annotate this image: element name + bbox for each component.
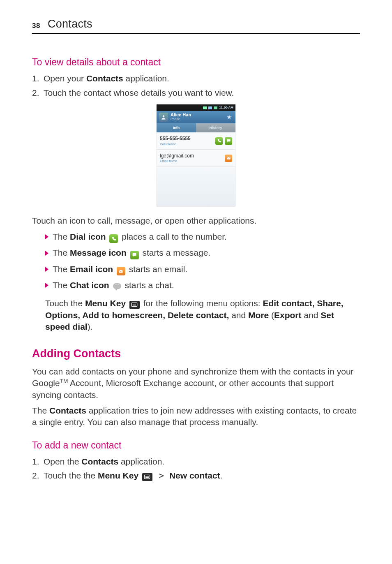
svg-point-0 bbox=[163, 116, 165, 118]
text: ). bbox=[88, 322, 93, 331]
text: and bbox=[302, 310, 321, 320]
text: starts a message. bbox=[142, 248, 210, 257]
tab-info[interactable]: Info bbox=[157, 123, 196, 132]
bullet-arrow-icon bbox=[45, 251, 48, 256]
list-item: The Message icon starts a message. bbox=[45, 247, 360, 259]
section-heading-adding-contacts: Adding Contacts bbox=[32, 346, 360, 361]
status-bar: 11:00 AM bbox=[157, 104, 235, 111]
message-icon-label: Message icon bbox=[70, 248, 127, 257]
page-title: Contacts bbox=[48, 16, 92, 31]
section-heading-view-details: To view details about a contact bbox=[32, 56, 360, 69]
text: Touch the contact whose details you want… bbox=[44, 88, 234, 97]
step-2: Touch the contact whose details you want… bbox=[32, 87, 360, 99]
list-item: The Chat icon starts a chat. bbox=[45, 280, 360, 291]
contact-source: Phone bbox=[171, 117, 191, 122]
contact-name: Alice Han bbox=[171, 113, 191, 117]
phone-number: 555-555-5555 bbox=[160, 135, 213, 142]
contact-header: Alice Han Phone ★ bbox=[157, 111, 235, 123]
more-label: More bbox=[248, 310, 269, 320]
text: . bbox=[220, 471, 223, 480]
menu-key-icon bbox=[142, 473, 152, 481]
email-label: Email home bbox=[160, 159, 223, 164]
star-icon[interactable]: ★ bbox=[226, 113, 233, 121]
chat-icon bbox=[113, 283, 121, 289]
text: for the following menu options: bbox=[143, 298, 263, 308]
phone-row: 555-555-5555 Call mobile bbox=[157, 132, 235, 150]
page-number: 38 bbox=[32, 21, 40, 32]
svg-rect-3 bbox=[133, 253, 136, 256]
text: The bbox=[32, 406, 49, 415]
contacts-label: Contacts bbox=[49, 406, 86, 415]
email-row: lge@gmail.com Email home bbox=[157, 150, 235, 167]
sms-icon[interactable] bbox=[225, 137, 232, 145]
step-1: Open your Contacts application. bbox=[32, 73, 360, 84]
tabs: Info History bbox=[157, 123, 235, 132]
email-address: lge@gmail.com bbox=[160, 153, 223, 159]
text: Open your bbox=[44, 74, 86, 83]
bullet-arrow-icon bbox=[45, 283, 48, 288]
message-icon bbox=[130, 251, 139, 259]
menu-key-icon bbox=[129, 301, 140, 309]
step-1: Open the Contacts application. bbox=[32, 456, 360, 467]
phone-screenshot: 11:00 AM Alice Han Phone ★ Info History … bbox=[157, 104, 235, 206]
page-header: 38 Contacts bbox=[32, 16, 360, 34]
text: The bbox=[53, 248, 70, 257]
paragraph: Touch an icon to call, message, or open … bbox=[32, 215, 360, 227]
call-icon[interactable] bbox=[215, 137, 223, 145]
svg-rect-8 bbox=[145, 475, 150, 478]
text: ( bbox=[269, 310, 274, 320]
menu-key-label: Menu Key bbox=[85, 298, 126, 308]
email-icon bbox=[117, 267, 125, 275]
avatar bbox=[159, 113, 168, 122]
dial-icon bbox=[109, 234, 118, 243]
bullet-arrow-icon bbox=[45, 234, 48, 239]
svg-rect-5 bbox=[132, 303, 137, 307]
empty-area bbox=[157, 167, 235, 206]
text: Touch the bbox=[45, 298, 85, 308]
text: starts an email. bbox=[129, 264, 187, 274]
email-icon[interactable] bbox=[225, 155, 232, 162]
text: application. bbox=[118, 457, 164, 466]
text: Open the bbox=[44, 457, 81, 466]
screenshot-container: 11:00 AM Alice Han Phone ★ Info History … bbox=[32, 104, 360, 206]
chat-icon-label: Chat icon bbox=[70, 280, 109, 290]
battery-icon bbox=[214, 106, 217, 109]
manual-page: 38 Contacts To view details about a cont… bbox=[0, 0, 392, 564]
signal-icon bbox=[203, 106, 207, 109]
list-item: The Dial icon places a call to the numbe… bbox=[45, 231, 360, 243]
text: The bbox=[53, 232, 70, 241]
text: The bbox=[53, 280, 70, 290]
text: and bbox=[229, 310, 248, 320]
contact-title-block: Alice Han Phone bbox=[171, 113, 191, 122]
menu-paragraph: Touch the Menu Key for the following men… bbox=[45, 298, 360, 333]
wifi-icon bbox=[208, 106, 212, 109]
icon-explanations: The Dial icon places a call to the numbe… bbox=[32, 231, 360, 333]
trademark: TM bbox=[60, 378, 68, 384]
email-main: lge@gmail.com Email home bbox=[160, 153, 223, 164]
phone-main: 555-555-5555 Call mobile bbox=[160, 135, 213, 146]
tab-history[interactable]: History bbox=[196, 123, 235, 132]
paragraph: The Contacts application tries to join n… bbox=[32, 405, 360, 428]
phone-label: Call mobile bbox=[160, 142, 213, 147]
paragraph: You can add contacts on your phone and s… bbox=[32, 366, 360, 401]
contacts-label: Contacts bbox=[81, 457, 118, 466]
text: Touch the the bbox=[44, 471, 98, 480]
text: application. bbox=[123, 74, 169, 83]
steps-view-details: Open your Contacts application. Touch th… bbox=[32, 73, 360, 99]
email-icon-label: Email icon bbox=[70, 264, 113, 274]
breadcrumb-separator: > bbox=[154, 471, 169, 481]
bullet-arrow-icon bbox=[45, 267, 48, 272]
menu-key-label: Menu Key bbox=[98, 471, 138, 480]
text: The bbox=[53, 264, 70, 274]
text: Account, Microsoft Exchange account, or … bbox=[32, 378, 334, 399]
steps-add-new: Open the Contacts application. Touch the… bbox=[32, 456, 360, 482]
new-contact-label: New contact bbox=[169, 471, 220, 480]
contacts-label: Contacts bbox=[86, 74, 123, 83]
export-label: Export bbox=[274, 310, 302, 320]
section-heading-add-new: To add a new contact bbox=[32, 439, 360, 452]
text: places a call to the number. bbox=[122, 232, 227, 241]
svg-rect-1 bbox=[227, 139, 230, 142]
text: starts a chat. bbox=[125, 280, 174, 290]
clock: 11:00 AM bbox=[219, 106, 233, 110]
dial-icon-label: Dial icon bbox=[70, 232, 106, 241]
